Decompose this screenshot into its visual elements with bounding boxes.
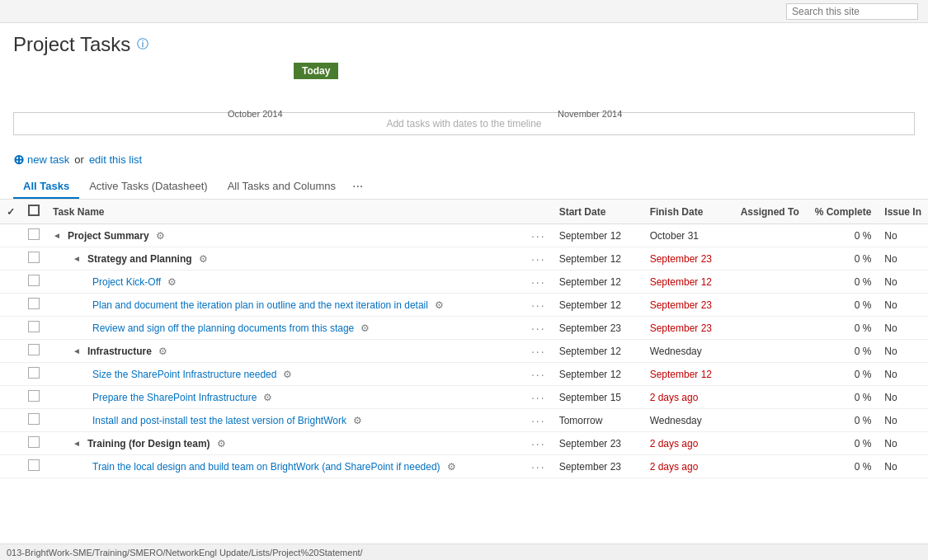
page-header: Project Tasks ⓘ [0,23,928,63]
search-input[interactable] [786,3,918,20]
row-dots-menu[interactable]: ··· [525,247,553,271]
row-dots-menu[interactable]: ··· [525,363,553,386]
task-name-text[interactable]: Review and sign off the planning documen… [92,322,354,334]
row-dots-menu[interactable]: ··· [525,432,553,455]
row-checkbox[interactable] [28,390,40,402]
dots-icon[interactable]: ··· [531,252,546,266]
task-name-text[interactable]: Project Kick-Off [92,276,161,288]
task-name-text[interactable]: Train the local design and build team on… [92,461,440,473]
row-finish-date: Wednesday [643,340,734,363]
row-dots-menu[interactable]: ··· [525,409,553,432]
row-task-name: Train the local design and build team on… [46,455,525,478]
row-finish-date: 2 days ago [643,386,734,409]
dots-icon[interactable]: ··· [531,368,546,381]
row-checkbox[interactable] [28,321,40,332]
row-finish-date: September 23 [643,247,734,271]
gear-icon[interactable]: ⚙ [217,438,226,449]
gear-icon[interactable]: ⚙ [435,299,444,311]
row-issue-in: No [878,432,928,455]
row-checkbox[interactable] [28,228,40,240]
tab-all-tasks[interactable]: All Tasks [13,175,79,199]
month-november: November 2014 [558,109,622,119]
row-checkbox-cell [21,247,46,271]
today-button[interactable]: Today [294,63,338,79]
row-dots-menu[interactable]: ··· [525,317,553,340]
expand-icon[interactable]: ◄ [53,231,61,240]
task-name-text[interactable]: Install and post-install test the latest… [92,415,346,426]
row-assigned-to [734,363,808,386]
row-task-name: Install and post-install test the latest… [46,409,525,432]
row-dots-menu[interactable]: ··· [525,340,553,363]
table-row: Train the local design and build team on… [0,455,928,478]
tab-more-button[interactable]: ··· [346,174,370,199]
row-checkbox[interactable] [28,275,40,286]
dots-icon[interactable]: ··· [531,437,546,450]
table-row: Size the SharePoint Infrastructure neede… [0,363,928,386]
task-name-text[interactable]: Infrastructure [87,346,152,357]
month-october: October 2014 [228,109,283,119]
expand-icon[interactable]: ◄ [73,254,81,263]
row-percent-complete: 0 % [808,386,879,409]
row-checkbox[interactable] [28,344,40,355]
dots-icon[interactable]: ··· [531,345,546,358]
page-title: Project Tasks [13,33,130,56]
tab-active-tasks[interactable]: Active Tasks (Datasheet) [79,175,218,199]
th-start-date: Start Date [553,200,643,224]
row-task-name: ◄Training (for Design team)⚙ [46,432,525,455]
row-checkbox[interactable] [28,436,40,448]
tab-all-tasks-columns[interactable]: All Tasks and Columns [218,175,346,199]
dots-icon[interactable]: ··· [531,229,546,242]
row-check-cell [0,409,21,432]
edit-list-link[interactable]: edit this list [89,153,142,166]
task-name-text[interactable]: Training (for Design team) [87,438,210,449]
row-dots-menu[interactable]: ··· [525,455,553,478]
task-name-text[interactable]: Size the SharePoint Infrastructure neede… [92,369,276,380]
row-finish-date: 2 days ago [643,455,734,478]
gear-icon[interactable]: ⚙ [283,369,292,380]
th-assigned-to: Assigned To [734,200,808,224]
dots-icon[interactable]: ··· [531,299,546,312]
expand-icon[interactable]: ◄ [73,346,81,355]
table-row: Review and sign off the planning documen… [0,317,928,340]
row-issue-in: No [878,363,928,386]
row-checkbox[interactable] [28,367,40,379]
gear-icon[interactable]: ⚙ [353,415,362,426]
task-name-text[interactable]: Project Summary [68,230,149,242]
row-start-date: Tomorrow [553,409,643,432]
row-checkbox-cell [21,363,46,386]
gear-icon[interactable]: ⚙ [158,346,167,357]
th-dots [525,200,553,224]
row-checkbox[interactable] [28,459,40,471]
dots-icon[interactable]: ··· [531,275,546,289]
dots-icon[interactable]: ··· [531,322,546,335]
gear-icon[interactable]: ⚙ [156,230,165,242]
dots-icon[interactable]: ··· [531,460,546,473]
header-checkbox[interactable] [28,205,40,216]
gear-icon[interactable]: ⚙ [199,253,208,265]
row-assigned-to [734,455,808,478]
dots-icon[interactable]: ··· [531,391,546,404]
task-name-text[interactable]: Strategy and Planning [87,253,192,265]
row-checkbox[interactable] [28,298,40,309]
info-icon[interactable]: ⓘ [137,37,148,52]
add-tasks-text: Add tasks with dates to the timeline [386,118,541,129]
gear-icon[interactable]: ⚙ [167,276,177,288]
th-percent-complete: % Complete [808,200,879,224]
task-table: ✓ Task Name Start Date Finish Date Assig… [0,200,928,478]
gear-icon[interactable]: ⚙ [360,322,370,334]
row-dots-menu[interactable]: ··· [525,224,553,247]
row-dots-menu[interactable]: ··· [525,294,553,317]
row-dots-menu[interactable]: ··· [525,271,553,294]
task-name-text[interactable]: Plan and document the iteration plan in … [92,299,428,311]
row-checkbox-cell [21,409,46,432]
gear-icon[interactable]: ⚙ [447,461,456,473]
task-name-text[interactable]: Prepare the SharePoint Infrastructure [92,392,257,403]
dots-icon[interactable]: ··· [531,414,546,427]
gear-icon[interactable]: ⚙ [263,392,272,403]
row-checkbox[interactable] [28,252,40,263]
row-dots-menu[interactable]: ··· [525,386,553,409]
new-task-button[interactable]: ⊕ new task [13,152,69,167]
expand-icon[interactable]: ◄ [73,439,81,448]
row-checkbox[interactable] [28,413,40,425]
th-task-name: Task Name [46,200,525,224]
